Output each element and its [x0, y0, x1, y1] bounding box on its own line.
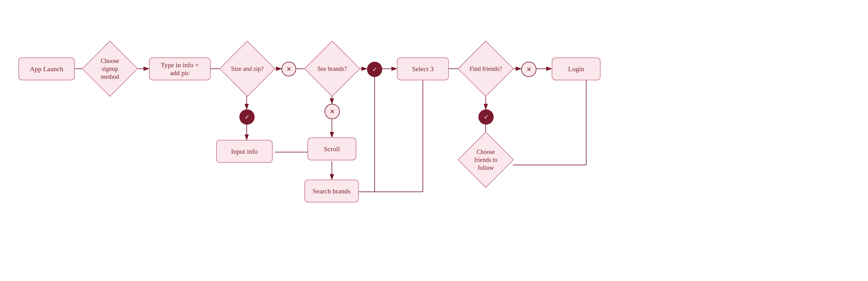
x-circle-brands-node: ✕: [324, 104, 340, 119]
login-label: Login: [568, 65, 584, 73]
connections-svg: [0, 0, 868, 281]
x-icon-brands: ✕: [330, 108, 335, 115]
scroll-node: Scroll: [307, 137, 356, 160]
size-zip-node: Size and zip?: [227, 49, 267, 89]
see-brands-node: See brands?: [311, 49, 353, 89]
input-info-label: Input info: [231, 148, 258, 155]
check-icon-1: ✓: [372, 66, 377, 73]
select3-label: Select 3: [412, 65, 434, 73]
choose-friends-label: Choose friends to follow: [469, 148, 502, 171]
find-friends-label: Find friends?: [470, 65, 502, 73]
type-info-label: Type in info + add pic: [155, 61, 205, 77]
flowchart-canvas: App Launch Choose signup method Type in …: [0, 0, 868, 281]
choose-friends-node: Choose friends to follow: [465, 140, 507, 180]
search-brands-node: Search brands: [304, 180, 359, 202]
check-circle-zip-node: ✓: [239, 110, 255, 125]
app-launch-node: App Launch: [18, 57, 75, 80]
search-brands-label: Search brands: [313, 187, 350, 195]
input-info-node: Input info: [216, 140, 273, 163]
login-node: Login: [552, 57, 600, 80]
x-circle-2-node: ✕: [521, 62, 536, 77]
type-info-node: Type in info + add pic: [149, 57, 211, 80]
size-zip-label: Size and zip?: [231, 65, 264, 73]
check-icon-zip: ✓: [245, 113, 250, 121]
check-circle-1-node: ✓: [367, 62, 382, 77]
check-icon-friends: ✓: [484, 113, 489, 121]
find-friends-node: Find friends?: [465, 49, 507, 89]
choose-signup-node: Choose signup method: [89, 49, 131, 89]
scroll-label: Scroll: [324, 145, 340, 153]
choose-signup-label: Choose signup method: [93, 57, 127, 81]
app-launch-label: App Launch: [30, 65, 63, 73]
x-icon-1: ✕: [286, 65, 291, 73]
check-circle-friends-node: ✓: [478, 110, 494, 125]
see-brands-label: See brands?: [317, 65, 346, 73]
select3-node: Select 3: [397, 57, 449, 80]
x-circle-1-node: ✕: [281, 62, 296, 76]
x-icon-2: ✕: [526, 66, 531, 73]
